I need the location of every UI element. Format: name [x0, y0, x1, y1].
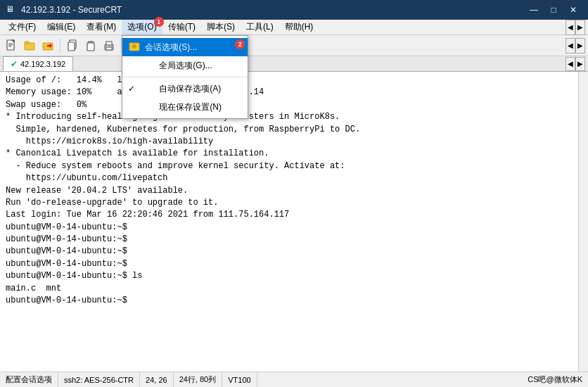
menu-options-wrapper: 选项(O) 1 会话选项(S)... 2 全局选项(G)...: [122, 20, 162, 34]
terminal-line: https://microk8s.io/high-availability: [6, 136, 582, 148]
menu-transfer[interactable]: 传输(T): [162, 20, 201, 34]
dropdown-separator-1: [122, 77, 248, 77]
terminal-line: Memory usage: 10% address for eth0: 172.…: [6, 87, 582, 99]
dropdown-item-session-options[interactable]: 会话选项(S)... 2: [122, 38, 248, 56]
menu-help[interactable]: 帮助(H): [279, 20, 319, 34]
status-terminal: VT100: [222, 372, 257, 387]
svg-rect-19: [106, 47, 112, 50]
status-session-config[interactable]: 配置会话选项: [6, 372, 58, 387]
global-options-label: 全局选项(G)...: [159, 60, 212, 72]
menu-file[interactable]: 文件(F): [3, 20, 41, 34]
toolbar-btn-new[interactable]: [3, 37, 20, 54]
terminal-scrollbar[interactable]: [578, 72, 588, 372]
toolbar-btn-close-conn[interactable]: [39, 37, 56, 54]
tab-connected-icon: ✔: [11, 59, 18, 69]
window-title: 42.192.3.192 - SecureCRT: [21, 5, 122, 15]
options-dropdown-menu: 会话选项(S)... 2 全局选项(G)... ✓ 自动保存选项(A) 现在保存…: [122, 35, 248, 119]
toolbar-scroll-left[interactable]: ◀: [565, 38, 575, 53]
terminal-line: New release '20.04.2 LTS' available.: [6, 185, 582, 197]
terminal-line: Simple, hardened, Kubernetes for product…: [6, 124, 582, 136]
toolbar-btn-copy[interactable]: [64, 37, 81, 54]
menu-scroll-right[interactable]: ▶: [575, 20, 585, 35]
save-now-icon: [142, 101, 155, 113]
svg-rect-14: [68, 42, 75, 51]
save-now-label: 现在保存设置(N): [159, 101, 222, 113]
dropdown-item-auto-save[interactable]: ✓ 自动保存选项(A): [122, 80, 248, 98]
terminal-line: ubuntu@VM-0-14-ubuntu:~$: [6, 295, 582, 307]
title-bar: 🖥 42.192.3.192 - SecureCRT — □ ✕: [0, 0, 588, 20]
status-protocol: ssh2: AES-256-CTR: [58, 372, 140, 387]
app-icon: 🖥: [6, 4, 17, 15]
auto-save-check: ✓: [128, 84, 138, 94]
session-options-badge: 2: [235, 39, 245, 49]
svg-point-1: [132, 44, 136, 49]
maximize-button[interactable]: □: [544, 3, 563, 17]
status-line-col: 24行, 80列: [174, 372, 223, 387]
menu-tools[interactable]: 工具(L): [241, 20, 279, 34]
status-cursor: 24, 26: [140, 372, 174, 387]
toolbar-btn-paste[interactable]: [82, 37, 99, 54]
svg-rect-8: [25, 42, 29, 44]
tab-arrows: ◀ ▶: [565, 57, 585, 71]
terminal-line: ubuntu@VM-0-14-ubuntu:~$: [6, 234, 582, 246]
tab-arrow-right[interactable]: ▶: [575, 57, 585, 71]
menu-edit[interactable]: 编辑(E): [41, 20, 81, 34]
terminal-line: Last login: Tue Mar 16 22:20:46 2021 fro…: [6, 209, 582, 221]
terminal-line: main.c mnt: [6, 283, 582, 295]
title-bar-left: 🖥 42.192.3.192 - SecureCRT: [6, 4, 122, 15]
status-bar: 配置会话选项 ssh2: AES-256-CTR 24, 26 24行, 80列…: [0, 372, 588, 387]
toolbar-sep-1: [60, 39, 60, 53]
toolbar: ? ◀ ▶: [0, 35, 588, 56]
menu-bar: 文件(F) 编辑(E) 查看(M) 选项(O) 1 会话选项(S)... 2: [0, 20, 588, 35]
tab-label: 42.192.3.192: [20, 60, 65, 68]
terminal-line: ubuntu@VM-0-14-ubuntu:~$ ls: [6, 270, 582, 282]
menu-options[interactable]: 选项(O) 1: [122, 20, 162, 34]
toolbar-btn-open[interactable]: [21, 37, 38, 54]
terminal-line: ubuntu@VM-0-14-ubuntu:~$: [6, 222, 582, 234]
session-options-label: 会话选项(S)...: [145, 42, 197, 53]
tab-bar: ✔ 42.192.3.192 ◀ ▶: [0, 56, 588, 72]
status-right-text: CS吧@微软体K: [528, 374, 582, 385]
terminal-area[interactable]: Usage of /: 14.4% logged in: 0Memory usa…: [0, 72, 588, 372]
title-controls: — □ ✕: [525, 3, 582, 17]
menu-view[interactable]: 查看(M): [81, 20, 122, 34]
terminal-line: Run 'do-release-upgrade' to upgrade to i…: [6, 197, 582, 209]
svg-line-12: [50, 46, 51, 47]
auto-save-label: 自动保存选项(A): [159, 83, 221, 95]
toolbar-right-arrows: ◀ ▶: [565, 38, 585, 53]
tab-arrow-left[interactable]: ◀: [565, 57, 575, 71]
dropdown-item-save-now[interactable]: 现在保存设置(N): [122, 98, 248, 116]
auto-save-icon: [142, 82, 155, 95]
svg-rect-18: [106, 42, 112, 45]
terminal-line: https://ubuntu.com/livepatch: [6, 172, 582, 184]
status-right-info: CS吧@微软体K: [528, 374, 582, 385]
menu-scroll-left[interactable]: ◀: [565, 20, 575, 35]
session-options-icon: [128, 41, 141, 53]
menu-script[interactable]: 脚本(S): [201, 20, 241, 34]
global-options-icon: [142, 59, 155, 72]
terminal-line: * Canonical Livepatch is available for i…: [6, 148, 582, 160]
terminal-line: - Reduce system reboots and improve kern…: [6, 160, 582, 172]
toolbar-scroll-right[interactable]: ▶: [575, 38, 585, 53]
menu-bar-right: ◀ ▶: [565, 20, 585, 35]
svg-rect-16: [87, 43, 94, 51]
terminal-line: Swap usage: 0%: [6, 99, 582, 111]
tab-session-1[interactable]: ✔ 42.192.3.192: [3, 56, 73, 71]
terminal-line: ubuntu@VM-0-14-ubuntu:~$: [6, 246, 582, 258]
terminal-line: Usage of /: 14.4% logged in: 0: [6, 75, 582, 87]
close-button[interactable]: ✕: [564, 3, 582, 17]
terminal-line: * Introducing self-healing high availabi…: [6, 111, 582, 123]
terminal-line: ubuntu@VM-0-14-ubuntu:~$: [6, 258, 582, 270]
minimize-button[interactable]: —: [525, 3, 543, 17]
toolbar-btn-print[interactable]: [101, 37, 117, 54]
dropdown-item-global-options[interactable]: 全局选项(G)...: [122, 56, 248, 75]
